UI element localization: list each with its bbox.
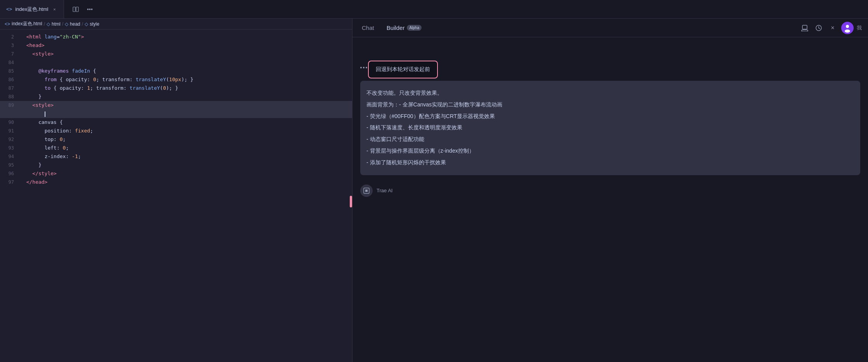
svg-rect-2 <box>802 25 807 29</box>
breadcrumb-icon-2: ◇ <box>47 21 50 27</box>
ai-message-item-5: - 背景层与操作界面层级分离（z-index控制） <box>366 146 854 156</box>
svg-rect-9 <box>365 190 368 192</box>
close-icon: × <box>831 24 834 31</box>
ai-message-item-2: - 荧光绿（#00FF00）配色方案与CRT显示器视觉效果 <box>366 112 854 121</box>
tab-area: <> index蓝色.html × ••• <box>0 0 868 18</box>
avatar <box>841 22 854 34</box>
code-line-90: 90 canvas { <box>0 118 352 127</box>
svg-rect-1 <box>76 7 78 12</box>
ai-message-item-1: 画面背景为：- 全屏Canvas实现的二进制数字瀑布流动画 <box>366 100 854 110</box>
code-line-91: 91 position: fixed; <box>0 127 352 135</box>
code-editor[interactable]: 2 <html lang="zh-CN"> 3 <head> 7 <style>… <box>0 30 352 362</box>
dot-1 <box>360 67 362 68</box>
history-icon-button[interactable] <box>813 23 824 33</box>
ai-footer: Trae AI <box>360 184 860 197</box>
ai-message-item-4: - 动态窗口尺寸适配功能 <box>366 135 854 144</box>
tooltip-text: 回退到本轮对话发起前 <box>376 66 430 72</box>
main-area: <> index蓝色.html / ◇ html / ◇ head / ◇ st… <box>0 19 868 362</box>
right-top-bar: Chat Builder Alpha <box>352 19 868 37</box>
code-line-2: 2 <html lang="zh-CN"> <box>0 33 352 41</box>
more-options-button[interactable]: ••• <box>84 4 95 15</box>
breadcrumb-sep-1: / <box>44 21 45 27</box>
history-icon <box>815 24 822 31</box>
tab-close-button[interactable]: × <box>51 6 57 12</box>
right-top-actions: × 我 <box>799 22 862 34</box>
person-icon-button[interactable] <box>799 23 810 33</box>
code-line-88: 88 } <box>0 92 352 101</box>
breadcrumb-sep-2: / <box>62 21 63 27</box>
breadcrumb-item-2[interactable]: html <box>52 21 61 27</box>
chat-tab[interactable]: Chat <box>359 23 377 33</box>
tab-file-icon: <> <box>6 6 12 12</box>
ai-message-intro: 不改变功能。只改变背景效果。 <box>366 89 854 98</box>
code-line-84: 84 <box>0 58 352 67</box>
breadcrumb-item-4[interactable]: style <box>90 21 99 27</box>
svg-point-6 <box>846 25 849 28</box>
close-panel-button[interactable]: × <box>827 23 838 33</box>
dot-3 <box>366 67 367 68</box>
code-line-87: 87 to { opacity: 1; transform: translate… <box>0 84 352 92</box>
code-line-94: 94 z-index: -1; <box>0 152 352 161</box>
code-line-97: 97 </head> <box>0 178 352 186</box>
more-options-dots[interactable] <box>360 67 367 68</box>
breadcrumb: <> index蓝色.html / ◇ html / ◇ head / ◇ st… <box>0 19 352 30</box>
top-bar: <> index蓝色.html × ••• <box>0 0 868 19</box>
dot-2 <box>363 67 365 68</box>
ai-message: 不改变功能。只改变背景效果。 画面背景为：- 全屏Canvas实现的二进制数字瀑… <box>360 81 860 175</box>
svg-rect-3 <box>802 30 808 31</box>
code-line-7: 7 <style> <box>0 50 352 58</box>
breadcrumb-icon-1: <> <box>5 21 10 27</box>
breadcrumb-item-3[interactable]: head <box>70 21 80 27</box>
split-editor-button[interactable] <box>70 4 81 15</box>
right-panel: Chat Builder Alpha <box>352 19 868 362</box>
ai-avatar <box>360 184 373 197</box>
svg-point-7 <box>845 30 850 33</box>
ai-message-item-3: - 随机下落速度、长度和透明度渐变效果 <box>366 123 854 132</box>
code-line-86: 86 from { opacity: 0; transform: transla… <box>0 75 352 84</box>
breadcrumb-sep-3: / <box>82 21 83 27</box>
alpha-badge: Alpha <box>407 25 422 31</box>
tooltip-popup: 回退到本轮对话发起前 <box>368 61 438 78</box>
more-icon: ••• <box>87 6 93 12</box>
person-icon <box>801 24 808 31</box>
code-line-95: 95 } <box>0 161 352 169</box>
editor-tab[interactable]: <> index蓝色.html × <box>0 0 64 18</box>
code-line-85: 85 @keyframes fadeIn { <box>0 67 352 75</box>
ai-message-item-6: - 添加了随机矩形闪烁的干扰效果 <box>366 158 854 167</box>
code-line-92: 92 top: 0; <box>0 135 352 144</box>
breadcrumb-item-1[interactable]: index蓝色.html <box>12 21 42 27</box>
chat-content: 回退到本轮对话发起前 在此基础上 不改变功能。 <box>352 37 868 362</box>
code-line-93: 93 left: 0; <box>0 144 352 152</box>
me-label: 我 <box>857 24 862 31</box>
breadcrumb-icon-4: ◇ <box>85 21 88 27</box>
tab-filename: index蓝色.html <box>15 6 48 13</box>
editor-toolbar: ••• <box>64 0 101 18</box>
code-line-3: 3 <head> <box>0 41 352 50</box>
code-line-96: 96 </style> <box>0 169 352 178</box>
breadcrumb-icon-3: ◇ <box>65 21 68 27</box>
svg-rect-0 <box>73 7 75 12</box>
code-line-89: 89 <style> <box>0 101 352 118</box>
editor-panel: <> index蓝色.html / ◇ html / ◇ head / ◇ st… <box>0 19 352 362</box>
builder-tab-label: Builder <box>387 24 405 31</box>
scrollbar-indicator <box>350 196 352 207</box>
ai-name: Trae AI <box>377 188 392 193</box>
builder-tab[interactable]: Builder Alpha <box>384 23 425 33</box>
